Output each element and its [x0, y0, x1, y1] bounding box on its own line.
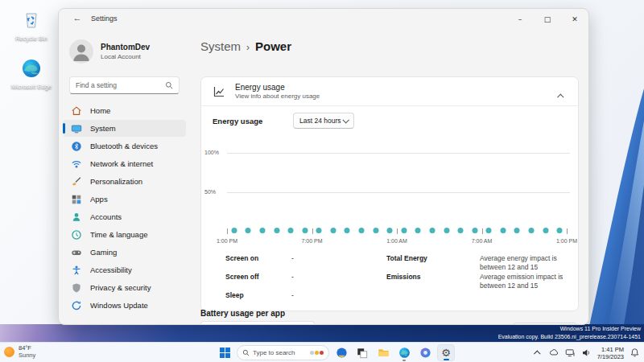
x-axis-tick [312, 228, 313, 234]
battery-usage-title: Battery usage per app [200, 309, 285, 318]
x-axis-tick [397, 228, 398, 234]
stat-label: Total Energy [386, 254, 427, 262]
stat-description: Average energy impact is between 12 and … [480, 254, 578, 271]
x-axis-label: 7:00 AM [472, 238, 493, 244]
x-axis-label: 1:00 AM [386, 238, 407, 244]
sidebar-item-system[interactable]: System [63, 120, 186, 137]
system-tray: 1:41 PM 7/19/2023 [533, 343, 640, 362]
weather-widget[interactable]: 84°F Sunny [4, 344, 35, 359]
user-name: PhantomDev [101, 43, 150, 51]
data-point [486, 228, 492, 233]
stat-label: Emissions [386, 273, 421, 281]
taskbar-center: Type to search [216, 343, 455, 362]
data-point [557, 228, 563, 233]
sidebar-item-privacy-security[interactable]: Privacy & security [63, 279, 186, 296]
settings-taskbar-button[interactable]: ⚙ [437, 344, 455, 361]
data-point [246, 228, 251, 233]
file-explorer-button[interactable] [374, 344, 392, 361]
page-title: Power [255, 39, 291, 53]
volume-icon[interactable] [581, 348, 592, 358]
edge-icon [21, 58, 42, 79]
data-point [316, 228, 322, 233]
breadcrumb-separator: › [246, 42, 250, 53]
y-axis-label-100: 100% [204, 150, 224, 155]
sidebar-item-personalization[interactable]: Personalization [63, 173, 186, 190]
sidebar-item-apps[interactable]: Apps [63, 191, 186, 208]
hidden-icons-chevron[interactable] [533, 348, 543, 358]
find-a-setting-input[interactable]: Find a setting [69, 76, 180, 94]
range-row: Energy usage Last 24 hours [213, 113, 568, 130]
sidebar-item-network-internet[interactable]: Network & internet [63, 155, 186, 172]
chevron-up-icon[interactable] [559, 88, 567, 96]
energy-usage-expander[interactable]: Energy usage View info about energy usag… [201, 77, 578, 106]
main-content: System › Power Energy usage View info ab… [190, 30, 588, 324]
taskbar-app-365[interactable] [332, 344, 350, 361]
desktop-icon-label: Recycle Bin [8, 35, 55, 43]
avatar[interactable] [69, 39, 93, 64]
start-button[interactable] [216, 344, 233, 361]
data-point [373, 228, 378, 233]
data-point [401, 228, 407, 233]
minimize-button[interactable]: – [506, 9, 534, 30]
stat-value: - [291, 254, 294, 262]
taskbar-search[interactable]: Type to search [237, 345, 329, 360]
card-title: Energy usage [235, 83, 320, 92]
apps-icon [71, 194, 82, 205]
privacy-shield-icon [71, 282, 82, 294]
folder-icon [378, 347, 390, 359]
data-point [543, 228, 548, 233]
sidebar-item-accounts[interactable]: Accounts [63, 208, 186, 225]
active-indicator [444, 359, 449, 360]
data-point [387, 228, 393, 233]
x-axis-label: 1:00 PM [556, 238, 577, 244]
sidebar-item-accessibility[interactable]: Accessibility [63, 261, 186, 278]
system-icon [71, 123, 82, 134]
task-view-button[interactable] [353, 344, 371, 361]
sidebar-item-home[interactable]: Home [63, 102, 186, 119]
personalization-icon [71, 176, 82, 187]
range-label: Energy usage [213, 117, 262, 125]
recycle-bin-desktop-icon[interactable]: Recycle Bin [8, 10, 55, 43]
data-point [458, 228, 464, 233]
sidebar-item-windows-update[interactable]: Windows Update [63, 297, 186, 314]
m365-icon [336, 347, 348, 359]
network-tray-icon[interactable] [565, 348, 576, 358]
data-point [302, 228, 308, 233]
user-account-type: Local Account [101, 53, 141, 60]
edge-desktop-icon[interactable]: Microsoft Edge [8, 58, 55, 91]
stat-value: - [291, 291, 294, 299]
sidebar-item-bluetooth-devices[interactable]: Bluetooth & devices [63, 138, 186, 154]
watermark-line2: Evaluation copy. Build 23506.ni_prerelea… [498, 333, 641, 341]
close-button[interactable]: ✕ [561, 9, 588, 30]
chart-icon [213, 85, 225, 98]
breadcrumb-system[interactable]: System [200, 39, 241, 53]
settings-window: ← Settings – □ ✕ PhantomDev Local Accoun… [58, 8, 589, 325]
data-point [274, 228, 279, 233]
clock[interactable]: 1:41 PM 7/19/2023 [597, 346, 624, 360]
recycle-bin-icon [21, 10, 42, 31]
windows-logo-icon [220, 348, 230, 358]
data-point [429, 228, 435, 233]
notification-bell-icon[interactable] [630, 348, 640, 358]
data-point [529, 228, 535, 233]
back-button[interactable]: ← [70, 13, 85, 26]
taskbar: 84°F Sunny Type to search [0, 342, 644, 362]
sidebar-item-gaming[interactable]: Gaming [63, 244, 186, 261]
maximize-button[interactable]: □ [534, 9, 561, 30]
window-title: Settings [91, 14, 118, 23]
card-subtitle: View info about energy usage [235, 93, 320, 100]
data-point [472, 228, 477, 233]
copilot-button[interactable] [416, 344, 434, 361]
titlebar: ← Settings – □ ✕ [59, 9, 588, 30]
edge-taskbar-button[interactable] [395, 344, 413, 361]
person-icon [69, 39, 93, 64]
energy-chart-plot: 1:00 PM7:00 PM1:00 AM7:00 AM1:00 PM [227, 225, 567, 249]
data-point [444, 228, 449, 233]
onedrive-cloud-icon[interactable] [549, 348, 559, 358]
sidebar: PhantomDev Local Account Find a setting … [59, 30, 190, 324]
sun-icon [4, 347, 14, 357]
battery-search-input[interactable]: Search [200, 321, 315, 325]
stat-label: Sleep [225, 291, 244, 299]
time-range-dropdown[interactable]: Last 24 hours [293, 113, 354, 129]
sidebar-item-time-language[interactable]: Time & language [63, 226, 186, 243]
